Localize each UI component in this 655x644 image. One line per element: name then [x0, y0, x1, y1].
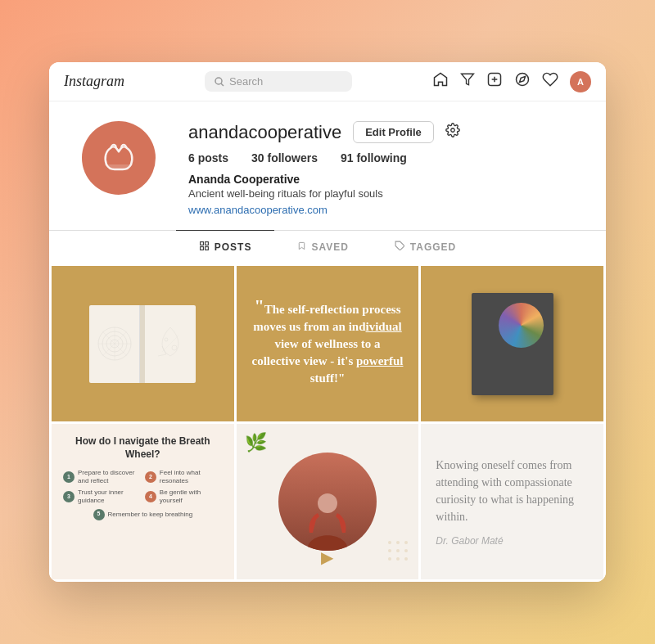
arrow-decoration: ▶	[321, 547, 333, 567]
svg-point-6	[516, 74, 528, 86]
svg-point-30	[396, 549, 400, 552]
step-3-circle: 3	[63, 491, 75, 502]
book-open	[89, 305, 196, 383]
svg-line-1	[221, 83, 224, 86]
breath-step-5: 5 Remember to keep breathing	[93, 509, 193, 520]
filter-icon[interactable]	[460, 72, 475, 91]
breath-step-2: 2 Feel into what resonates	[145, 469, 223, 484]
breath-step-4: 4 Be gentle with yourself	[145, 489, 223, 504]
svg-point-29	[388, 549, 391, 552]
step-2-text: Feel into what resonates	[160, 469, 223, 484]
following-label: following	[356, 151, 406, 164]
tagged-tab-label: TAGGED	[410, 241, 456, 253]
step-5-circle: 5	[93, 509, 105, 520]
svg-point-31	[404, 549, 408, 552]
post-3[interactable]	[421, 266, 603, 421]
tab-saved[interactable]: SAVED	[274, 230, 371, 263]
post5-bg: 🌿	[237, 424, 419, 579]
svg-point-26	[388, 541, 391, 544]
instagram-window: Instagram Search	[49, 62, 606, 582]
post-1[interactable]	[52, 266, 234, 421]
breath-step-3: 3 Trust your inner guidance	[63, 489, 141, 504]
svg-point-23	[165, 338, 168, 341]
post-4[interactable]: How do I navigate the Breath Wheel? 1 Pr…	[52, 424, 234, 579]
avatar[interactable]: A	[570, 71, 591, 92]
posts-tab-icon	[199, 241, 210, 254]
tagged-tab-icon	[395, 241, 405, 254]
home-icon[interactable]	[432, 71, 449, 92]
book-cover-circle	[499, 303, 544, 348]
dot-decoration	[386, 538, 410, 563]
bio: Ancient well-being rituals for playful s…	[188, 187, 573, 200]
book-cover	[472, 293, 553, 395]
topbar-icons: A	[432, 71, 591, 92]
posts-grid: "The self-reflection process moves us fr…	[49, 263, 606, 582]
quote-text: "The self-reflection process moves us fr…	[250, 301, 406, 387]
breath-title: How do I navigate the Breath Wheel?	[63, 435, 223, 461]
display-name: Ananda Cooperative	[188, 173, 573, 186]
book-page-left	[89, 305, 140, 383]
saved-tab-label: SAVED	[311, 241, 348, 253]
breath-step-1: 1 Prepare to discover and reflect	[63, 469, 141, 484]
breath-step-center: 5 Remember to keep breathing	[63, 509, 223, 520]
search-placeholder: Search	[229, 75, 263, 88]
compass-icon[interactable]	[514, 71, 531, 92]
breath-wheel: How do I navigate the Breath Wheel? 1 Pr…	[63, 435, 223, 520]
svg-point-0	[215, 78, 222, 84]
svg-point-22	[172, 345, 177, 350]
saved-tab-icon	[297, 241, 306, 254]
tab-tagged[interactable]: TAGGED	[372, 230, 479, 263]
svg-point-33	[396, 557, 400, 561]
svg-rect-11	[200, 247, 203, 250]
followers-label: followers	[268, 151, 318, 164]
svg-point-34	[404, 557, 408, 561]
post-6[interactable]: Knowing oneself comes from attending wit…	[421, 424, 603, 579]
edit-profile-button[interactable]: Edit Profile	[353, 121, 434, 143]
posts-stat[interactable]: 6 posts	[188, 151, 228, 164]
posts-label: posts	[198, 151, 228, 164]
person-figure	[278, 453, 377, 551]
post-2[interactable]: "The self-reflection process moves us fr…	[237, 266, 419, 421]
step-4-text: Be gentle with yourself	[160, 489, 223, 504]
step-3-text: Trust your inner guidance	[78, 489, 141, 504]
breath-steps: 1 Prepare to discover and reflect 2 Feel…	[63, 469, 223, 504]
post-5[interactable]: 🌿	[237, 424, 419, 579]
quote2-author: Dr. Gabor Maté	[436, 535, 503, 547]
svg-rect-12	[205, 247, 208, 250]
svg-rect-10	[205, 242, 208, 245]
svg-point-27	[396, 541, 400, 544]
step-5-text: Remember to keep breathing	[108, 511, 193, 519]
step-4-circle: 4	[145, 491, 156, 502]
svg-marker-7	[519, 76, 525, 82]
svg-marker-2	[461, 74, 473, 85]
stats-row: 6 posts 30 followers 91 following	[188, 151, 573, 164]
step-1-text: Prepare to discover and reflect	[78, 469, 141, 484]
following-stat[interactable]: 91 following	[341, 151, 407, 164]
followers-stat[interactable]: 30 followers	[251, 151, 318, 164]
instagram-logo: Instagram	[64, 73, 124, 90]
search-icon	[215, 77, 224, 87]
profile-avatar	[82, 121, 156, 195]
profile-header: anandacooperative Edit Profile	[188, 121, 573, 143]
step-1-circle: 1	[63, 471, 75, 483]
svg-point-8	[451, 128, 455, 133]
person-circle	[278, 453, 377, 551]
svg-point-28	[404, 541, 408, 544]
svg-point-32	[388, 557, 391, 561]
tab-posts[interactable]: POSTS	[176, 230, 275, 263]
posts-tab-label: POSTS	[215, 241, 252, 253]
add-icon[interactable]	[486, 71, 503, 92]
leaf-icon: 🌿	[245, 432, 267, 453]
search-box[interactable]: Search	[205, 71, 352, 92]
step-2-circle: 2	[145, 471, 156, 483]
username: anandacooperative	[188, 122, 341, 143]
heart-icon[interactable]	[542, 71, 558, 92]
tabs: POSTS SAVED TAGGED	[49, 230, 606, 263]
settings-icon[interactable]	[445, 123, 460, 142]
topbar: Instagram Search	[49, 62, 606, 101]
book-page-right	[145, 305, 196, 383]
website-link[interactable]: www.anandacooperative.com	[188, 204, 328, 216]
profile-info: anandacooperative Edit Profile 6 posts 3…	[188, 121, 573, 217]
svg-rect-9	[200, 242, 203, 245]
svg-point-25	[318, 493, 337, 513]
